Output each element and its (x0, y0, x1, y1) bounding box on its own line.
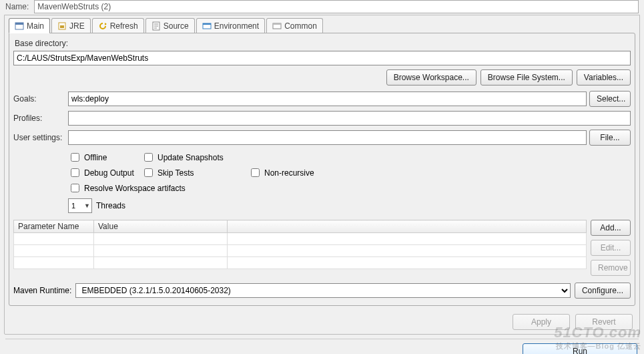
file-button[interactable]: File... (589, 130, 631, 146)
tab-label: JRE (69, 21, 85, 31)
user-settings-label: User settings: (13, 133, 65, 142)
tab-label: Common (284, 21, 317, 31)
debug-output-checkbox[interactable]: Debug Output (68, 166, 141, 179)
select-goals-button[interactable]: Select... (589, 91, 631, 107)
browse-filesystem-button[interactable]: Browse File System... (480, 69, 573, 85)
non-recursive-checkbox[interactable]: Non-recursive (248, 166, 342, 179)
tab-environment[interactable]: Environment (196, 18, 265, 33)
refresh-icon (98, 21, 107, 31)
tab-bar: Main JRE Refresh Source Environment (5, 15, 639, 33)
add-param-button[interactable]: Add... (591, 220, 631, 236)
tab-refresh[interactable]: Refresh (92, 18, 144, 33)
source-icon (151, 21, 161, 31)
tab-common[interactable]: Common (266, 18, 323, 33)
maven-runtime-label: Maven Runtime: (13, 286, 71, 295)
variables-button[interactable]: Variables... (577, 69, 631, 85)
offline-checkbox[interactable]: Offline (68, 151, 141, 164)
svg-rect-1 (15, 23, 23, 25)
revert-button: Revert (575, 314, 633, 330)
tab-label: Environment (214, 21, 259, 31)
tab-label: Main (27, 21, 44, 31)
threads-spinner[interactable]: 1 ▼ (68, 198, 92, 213)
table-row[interactable] (14, 245, 587, 257)
svg-rect-3 (60, 25, 64, 28)
table-row[interactable] (14, 257, 587, 269)
common-icon (272, 21, 282, 31)
jre-icon (57, 21, 67, 31)
name-label: Name: (5, 2, 29, 11)
threads-value: 1 (70, 202, 75, 210)
svg-rect-11 (273, 23, 281, 25)
apply-button: Apply (513, 314, 570, 330)
update-snapshots-checkbox[interactable]: Update Snapshots (141, 151, 248, 164)
col-value[interactable]: Value (94, 220, 228, 233)
skip-tests-checkbox[interactable]: Skip Tests (141, 166, 248, 179)
table-row[interactable] (14, 233, 587, 245)
parameters-table: Parameter Name Value (13, 220, 587, 269)
tab-label: Source (164, 21, 189, 31)
base-dir-label: Base directory: (13, 36, 631, 51)
environment-icon (202, 21, 212, 31)
name-field[interactable] (34, 0, 639, 13)
goals-field[interactable] (68, 92, 587, 106)
threads-label: Threads (96, 201, 125, 210)
svg-rect-9 (203, 23, 211, 25)
tab-source[interactable]: Source (145, 18, 195, 33)
user-settings-field[interactable] (68, 130, 587, 145)
base-dir-field[interactable] (13, 51, 631, 65)
goals-label: Goals: (13, 94, 65, 104)
profiles-label: Profiles: (13, 114, 65, 123)
tab-jre[interactable]: JRE (51, 18, 91, 33)
remove-param-button: Remove (591, 260, 631, 276)
edit-param-button: Edit... (591, 240, 631, 256)
maven-runtime-select[interactable]: EMBEDDED (3.2.1/1.5.0.20140605-2032) (75, 283, 571, 298)
run-button[interactable]: Run (523, 343, 637, 354)
configure-button[interactable]: Configure... (575, 283, 631, 299)
tab-label: Refresh (110, 21, 138, 31)
main-panel: Base directory: Browse Workspace... Brow… (9, 33, 635, 306)
col-blank (228, 220, 587, 233)
col-parameter-name[interactable]: Parameter Name (14, 220, 94, 233)
tab-main[interactable]: Main (9, 18, 50, 33)
chevron-down-icon[interactable]: ▼ (83, 202, 90, 209)
profiles-field[interactable] (68, 111, 631, 126)
main-icon (15, 21, 24, 31)
browse-workspace-button[interactable]: Browse Workspace... (386, 69, 476, 85)
resolve-workspace-checkbox[interactable]: Resolve Workspace artifacts (68, 182, 342, 194)
